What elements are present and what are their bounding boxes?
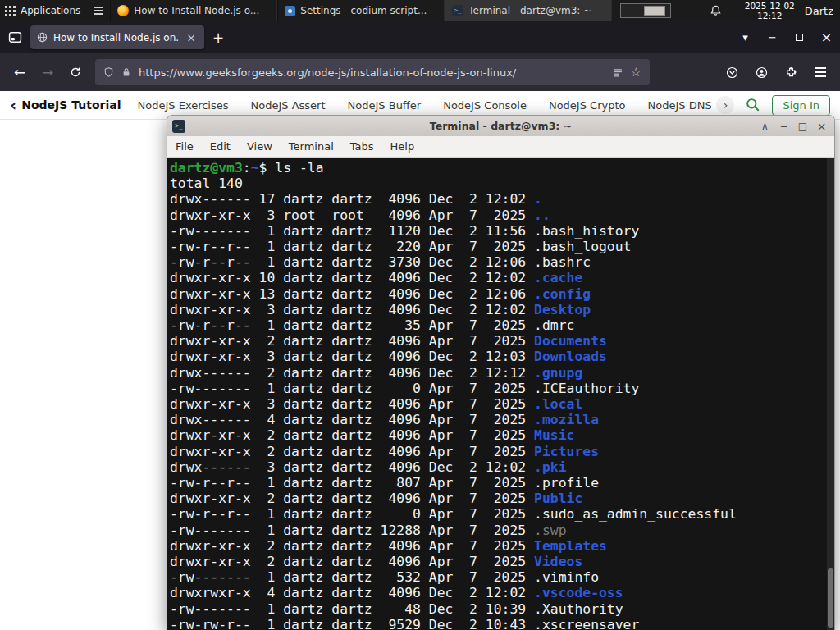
top-panel: Applications How to Install Node.js o...… bbox=[0, 0, 840, 21]
terminal-line: -rw-r--r-- 1 dartz dartz 0 Apr 7 2025 .s… bbox=[170, 506, 824, 522]
site-nav-primary[interactable]: NodeJS Tutorial bbox=[21, 98, 121, 112]
terminal-line: -rw------- 1 dartz dartz 48 Dec 2 10:39 … bbox=[170, 601, 824, 617]
menu-file[interactable]: File bbox=[167, 136, 202, 157]
terminal-line: -rw-r--r-- 1 dartz dartz 807 Apr 7 2025 … bbox=[170, 475, 824, 491]
back-button[interactable]: ← bbox=[7, 59, 33, 85]
clock-time: 12:12 bbox=[745, 11, 795, 21]
new-tab-button[interactable]: + bbox=[204, 30, 232, 46]
nav-next-icon[interactable]: › bbox=[716, 96, 734, 114]
browser-tab[interactable]: How to Install Node.js on... × bbox=[30, 25, 204, 49]
terminal-line: dartz@vm3:~$ ls -la bbox=[170, 160, 824, 176]
terminal-line: -rw------- 1 dartz dartz 0 Apr 7 2025 .I… bbox=[170, 381, 824, 396]
terminal-title: Terminal - dartz@vm3: ~ bbox=[167, 120, 834, 132]
tab-title: How to Install Node.js on... bbox=[53, 32, 179, 43]
terminal-line: drwxr-xr-x 3 dartz dartz 4096 Apr 7 2025… bbox=[170, 396, 824, 412]
site-link-console[interactable]: NodeJS Console bbox=[443, 99, 527, 112]
terminal-line: -rw-r--r-- 1 dartz dartz 220 Apr 7 2025 … bbox=[170, 239, 824, 254]
terminal-line: drwxr-xr-x 3 dartz dartz 4096 Dec 2 12:0… bbox=[170, 349, 824, 364]
menu-terminal[interactable]: Terminal bbox=[281, 136, 342, 157]
terminal-window-icon: >_ bbox=[172, 120, 185, 133]
menu-tabs[interactable]: Tabs bbox=[342, 136, 382, 157]
terminal-line: drwxr-xr-x 2 dartz dartz 4096 Apr 7 2025… bbox=[170, 491, 824, 506]
taskbar-item-firefox[interactable]: How to Install Node.js o... bbox=[110, 0, 277, 21]
terminal-line: drwxr-xr-x 3 root root 4096 Apr 7 2025 .… bbox=[170, 208, 824, 223]
url-text: https://www.geeksforgeeks.org/node-js/in… bbox=[139, 66, 605, 79]
menu-view[interactable]: View bbox=[239, 136, 281, 157]
menu-hamburger-icon[interactable] bbox=[807, 59, 833, 85]
terminal-scrollbar-thumb[interactable] bbox=[828, 568, 833, 628]
terminal-line: drwx------ 3 dartz dartz 4096 Dec 2 12:0… bbox=[170, 459, 824, 475]
firefox-view-icon[interactable] bbox=[8, 30, 22, 44]
terminal-output[interactable]: dartz@vm3:~$ ls -latotal 140drwx------ 1… bbox=[167, 158, 834, 630]
clock-date: 2025-12-02 bbox=[745, 1, 795, 11]
pager-window-preview bbox=[644, 6, 665, 16]
reload-button[interactable] bbox=[62, 59, 89, 85]
url-bar[interactable]: https://www.geeksforgeeks.org/node-js/in… bbox=[95, 59, 650, 85]
site-link-crypto[interactable]: NodeJS Crypto bbox=[549, 99, 626, 112]
firefox-icon bbox=[117, 5, 129, 16]
terminal-line: drwx------ 2 dartz dartz 4096 Dec 2 12:1… bbox=[170, 365, 824, 381]
notification-bell-icon[interactable] bbox=[710, 4, 722, 17]
maximize-icon bbox=[796, 34, 803, 41]
terminal-line: drwxr-xr-x 2 dartz dartz 4096 Apr 7 2025… bbox=[170, 554, 824, 569]
nav-prev-icon[interactable]: ‹ bbox=[10, 95, 21, 115]
navigation-toolbar: ← → https://www.geeksforgeeks.org/node-j… bbox=[0, 53, 840, 91]
menu-edit[interactable]: Edit bbox=[202, 136, 239, 157]
panel-clock[interactable]: 2025-12-02 12:12 bbox=[745, 1, 795, 21]
terminal-line: -rw------- 1 dartz dartz 1120 Dec 2 11:5… bbox=[170, 223, 824, 239]
terminal-line: -rw------- 1 dartz dartz 12288 Apr 7 202… bbox=[170, 523, 824, 538]
close-button[interactable]: × bbox=[813, 21, 840, 53]
tab-bar: How to Install Node.js on... × + ▾ − × bbox=[0, 21, 840, 53]
maximize-button[interactable] bbox=[786, 21, 813, 53]
account-icon[interactable] bbox=[748, 59, 774, 85]
terminal-icon: >_ bbox=[452, 5, 463, 16]
terminal-line: drwxrwxr-x 4 dartz dartz 4096 Dec 2 12:0… bbox=[170, 585, 824, 600]
reader-view-icon[interactable] bbox=[612, 67, 623, 78]
applications-menu[interactable]: Applications bbox=[0, 0, 87, 21]
terminal-line: drwxr-xr-x 3 dartz dartz 4096 Dec 2 12:0… bbox=[170, 302, 824, 317]
site-nav-links: NodeJS Exercises NodeJS Assert NodeJS Bu… bbox=[138, 99, 712, 112]
globe-icon bbox=[37, 32, 48, 43]
terminal-minimize-icon[interactable]: − bbox=[776, 118, 792, 134]
panel-menu-icon[interactable] bbox=[87, 7, 110, 15]
terminal-line: drwx------ 4 dartz dartz 4096 Apr 7 2025… bbox=[170, 412, 824, 427]
site-link-buffer[interactable]: NodeJS Buffer bbox=[348, 99, 422, 112]
tab-close-icon[interactable]: × bbox=[185, 31, 198, 44]
applications-grid-icon bbox=[5, 6, 16, 16]
terminal-line: drwxr-xr-x 2 dartz dartz 4096 Apr 7 2025… bbox=[170, 444, 824, 459]
terminal-line: -rw-r--r-- 1 dartz dartz 35 Apr 7 2025 .… bbox=[170, 317, 824, 333]
terminal-line: -rw-rw-r-- 1 dartz dartz 9529 Dec 2 10:4… bbox=[170, 617, 824, 630]
pocket-icon[interactable] bbox=[719, 59, 745, 85]
taskbar-item-terminal[interactable]: >_ Terminal - dartz@vm3: ~ bbox=[445, 0, 612, 21]
shield-icon[interactable] bbox=[103, 66, 114, 78]
terminal-shade-icon[interactable]: ∧ bbox=[757, 118, 773, 134]
site-link-assert[interactable]: NodeJS Assert bbox=[251, 99, 326, 112]
terminal-titlebar[interactable]: >_ Terminal - dartz@vm3: ~ ∧ − □ × bbox=[167, 116, 834, 136]
terminal-line: drwxr-xr-x 2 dartz dartz 4096 Apr 7 2025… bbox=[170, 427, 824, 443]
list-tabs-icon[interactable]: ▾ bbox=[732, 21, 759, 53]
terminal-line: drwxr-xr-x 2 dartz dartz 4096 Apr 7 2025… bbox=[170, 333, 824, 349]
extensions-puzzle-icon[interactable] bbox=[778, 59, 804, 85]
lock-icon[interactable] bbox=[121, 66, 131, 78]
minimize-button[interactable]: − bbox=[759, 21, 786, 53]
site-link-exercises[interactable]: NodeJS Exercises bbox=[138, 99, 229, 112]
search-icon[interactable] bbox=[746, 98, 760, 112]
terminal-line: drwx------ 17 dartz dartz 4096 Dec 2 12:… bbox=[170, 191, 824, 207]
terminal-line: -rw-r--r-- 1 dartz dartz 3730 Dec 2 12:0… bbox=[170, 254, 824, 270]
workspace-pager[interactable] bbox=[620, 3, 671, 18]
panel-user-label: Dartz bbox=[805, 5, 833, 17]
bookmark-star-icon[interactable]: ☆ bbox=[631, 65, 641, 80]
terminal-scrollbar[interactable] bbox=[827, 158, 834, 630]
terminal-menubar: File Edit View Terminal Tabs Help bbox=[167, 136, 834, 158]
taskbar-item-settings[interactable]: Settings - codium script... bbox=[277, 0, 445, 21]
menu-help[interactable]: Help bbox=[382, 136, 423, 157]
forward-button[interactable]: → bbox=[34, 59, 61, 85]
terminal-maximize-icon[interactable]: □ bbox=[795, 118, 810, 134]
terminal-window: >_ Terminal - dartz@vm3: ~ ∧ − □ × File … bbox=[167, 115, 835, 630]
terminal-line: drwxr-xr-x 13 dartz dartz 4096 Dec 2 12:… bbox=[170, 286, 824, 302]
reload-icon bbox=[70, 66, 81, 78]
site-link-dns[interactable]: NodeJS DNS bbox=[648, 99, 712, 112]
sign-in-button[interactable]: Sign In bbox=[772, 95, 830, 116]
applications-label: Applications bbox=[21, 5, 80, 16]
terminal-close-icon[interactable]: × bbox=[814, 118, 829, 134]
